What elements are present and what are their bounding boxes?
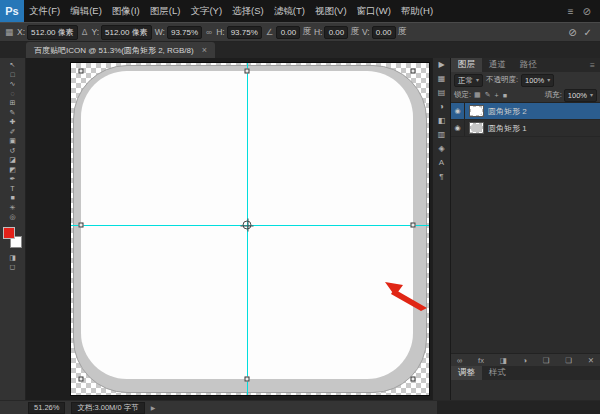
zoom-tool[interactable]: ◎ — [0, 212, 26, 222]
layer-thumbnail[interactable] — [469, 122, 484, 134]
layer-row[interactable]: ◉ 圆角矩形 1 — [451, 120, 600, 137]
panel-menu-icon[interactable]: ≡ — [585, 58, 600, 72]
reference-point-icon[interactable]: ▦ — [4, 27, 14, 37]
styles-panel-icon[interactable]: ◧ — [438, 117, 446, 125]
transform-handle[interactable] — [245, 377, 250, 382]
lasso-tool[interactable]: ∿ — [0, 79, 26, 89]
eye-icon[interactable]: ◉ — [451, 120, 465, 136]
transform-handle[interactable] — [411, 377, 416, 382]
link-dimensions-icon[interactable]: ∞ — [205, 27, 213, 37]
transform-handle[interactable] — [79, 377, 84, 382]
transform-handle[interactable] — [79, 69, 84, 74]
cancel-transform-icon[interactable]: ⊘ — [568, 27, 576, 38]
transform-handle[interactable] — [411, 69, 416, 74]
new-layer-icon[interactable]: ❏ — [565, 356, 572, 365]
layer-group-icon[interactable]: ❑ — [543, 356, 550, 365]
gradient-tool[interactable]: ◩ — [0, 165, 26, 175]
layer-effects-icon[interactable]: fx — [478, 356, 484, 365]
width-value-input[interactable]: 93.75% — [167, 26, 202, 39]
tab-layers[interactable]: 图层 — [451, 58, 482, 72]
commit-transform-icon[interactable]: ✓ — [584, 27, 592, 38]
color-swatches — [2, 227, 24, 253]
lock-transparency-icon[interactable]: ▦ — [473, 91, 482, 99]
shape-tool[interactable]: ■ — [0, 193, 26, 203]
quick-mask-icon[interactable]: ◨ — [0, 253, 26, 263]
lock-position-icon[interactable]: + — [494, 92, 500, 99]
eraser-tool[interactable]: ◪ — [0, 155, 26, 165]
move-tool[interactable]: ↖ — [0, 60, 26, 70]
close-icon[interactable]: × — [202, 45, 207, 55]
tab-channels[interactable]: 通道 — [482, 58, 513, 72]
clone-stamp-tool[interactable]: ▣ — [0, 136, 26, 146]
foreground-color-swatch[interactable] — [3, 227, 15, 239]
menu-item-help[interactable]: 帮助(H) — [396, 0, 438, 22]
layer-row[interactable]: ◉ 圆角矩形 2 — [451, 103, 600, 120]
eye-icon[interactable]: ◉ — [451, 103, 465, 119]
hand-tool[interactable]: ✳ — [0, 203, 26, 213]
layer-thumbnail[interactable] — [469, 105, 484, 117]
status-expand-icon[interactable]: ▶ — [151, 404, 156, 411]
lock-all-icon[interactable]: ■ — [502, 92, 508, 99]
opacity-select[interactable]: 100% ▾ — [521, 74, 554, 87]
menu-item-type[interactable]: 文字(Y) — [185, 0, 227, 22]
v-skew-value-input[interactable]: 0.00 — [372, 26, 396, 39]
menu-item-window[interactable]: 窗口(W) — [352, 0, 396, 22]
tab-adjustments[interactable]: 调整 — [451, 366, 482, 380]
blend-mode-select[interactable]: 正常 ▾ — [454, 74, 483, 87]
document-info[interactable]: 文档:3.00M/0 字节 — [71, 402, 144, 414]
quick-selection-tool[interactable]: ◌ — [0, 89, 26, 99]
history-brush-tool[interactable]: ↺ — [0, 146, 26, 156]
lock-pixels-icon[interactable]: ✎ — [484, 91, 492, 99]
crop-tool[interactable]: ⊞ — [0, 98, 26, 108]
transform-handle[interactable] — [245, 69, 250, 74]
app-status-icon[interactable]: ⊘ — [583, 6, 591, 17]
transform-handle[interactable] — [411, 223, 416, 228]
height-value-input[interactable]: 93.75% — [227, 26, 262, 39]
marquee-tool[interactable]: □ — [0, 70, 26, 80]
type-tool[interactable]: T — [0, 184, 26, 194]
brush-tool[interactable]: ✐ — [0, 127, 26, 137]
workspace-icon[interactable]: ≡ — [568, 6, 574, 17]
expand-panels-icon[interactable]: ▶ — [438, 61, 444, 69]
histogram-panel-icon[interactable]: ▥ — [438, 131, 446, 139]
transform-handle[interactable] — [79, 223, 84, 228]
chevron-down-icon: ▾ — [476, 75, 479, 86]
document-tab[interactable]: 百度贴吧ICON @ 51.3%(圆角矩形 2, RGB/8) × — [26, 42, 215, 58]
menu-item-view[interactable]: 视图(V) — [310, 0, 352, 22]
pen-tool[interactable]: ✒ — [0, 174, 26, 184]
menu-item-image[interactable]: 图像(I) — [107, 0, 145, 22]
zoom-level-input[interactable]: 51.26% — [28, 402, 65, 414]
menu-item-file[interactable]: 文件(F) — [24, 0, 65, 22]
x-value-input[interactable]: 512.00 像素 — [27, 25, 78, 40]
adjustment-layer-icon[interactable]: ◑ — [523, 356, 528, 365]
fill-select[interactable]: 100% ▾ — [564, 89, 597, 102]
h-skew-value-input[interactable]: 0.00 — [324, 26, 348, 39]
color-panel-icon[interactable]: ▦ — [438, 75, 446, 83]
layer-name[interactable]: 圆角矩形 1 — [488, 123, 527, 134]
rotation-value-input[interactable]: 0.00 — [276, 26, 300, 39]
add-mask-icon[interactable]: ◨ — [500, 356, 507, 365]
swatches-panel-icon[interactable]: ▤ — [438, 89, 446, 97]
chevron-down-icon: ▾ — [590, 90, 593, 101]
menu-item-layer[interactable]: 图层(L) — [145, 0, 186, 22]
paragraph-panel-icon[interactable]: ¶ — [439, 173, 443, 181]
layers-panel-body — [451, 137, 600, 353]
screen-mode-icon[interactable]: ◻ — [0, 262, 26, 272]
delete-layer-icon[interactable]: ✕ — [588, 356, 594, 365]
layer-name[interactable]: 圆角矩形 2 — [488, 106, 527, 117]
eyedropper-tool[interactable]: ✎ — [0, 108, 26, 118]
adjustments-panel-icon[interactable]: ◑ — [439, 103, 444, 111]
transform-center-point[interactable] — [243, 221, 252, 230]
tab-styles[interactable]: 样式 — [482, 366, 513, 380]
relative-position-icon[interactable]: Δ — [81, 27, 89, 37]
menu-item-edit[interactable]: 编辑(E) — [65, 0, 107, 22]
document-canvas[interactable] — [70, 62, 430, 396]
menu-item-select[interactable]: 选择(S) — [227, 0, 269, 22]
healing-brush-tool[interactable]: ✚ — [0, 117, 26, 127]
info-panel-icon[interactable]: ◈ — [438, 145, 444, 153]
menu-item-filter[interactable]: 滤镜(T) — [269, 0, 310, 22]
link-layers-icon[interactable]: ∞ — [457, 356, 462, 365]
y-value-input[interactable]: 512.00 像素 — [101, 25, 152, 40]
tab-paths[interactable]: 路径 — [513, 58, 544, 72]
character-panel-icon[interactable]: A — [439, 159, 444, 167]
